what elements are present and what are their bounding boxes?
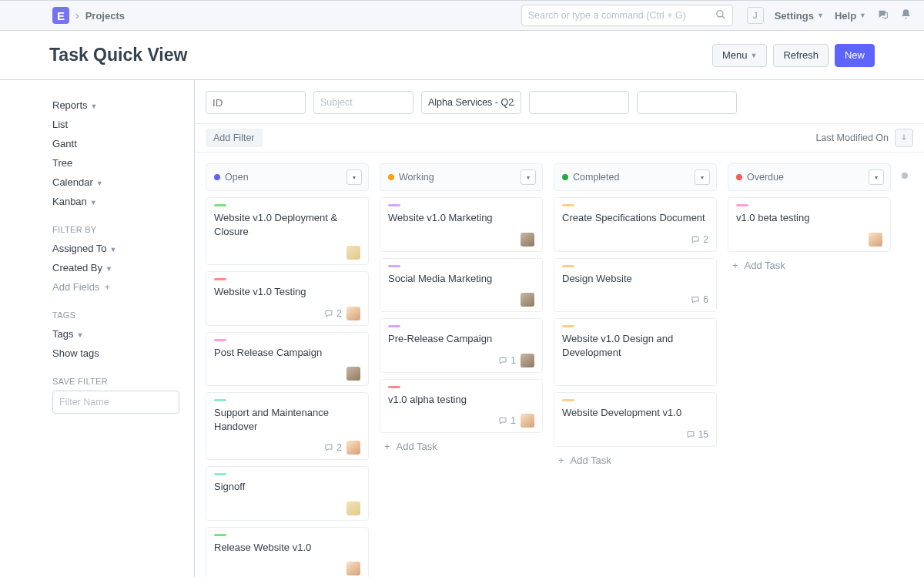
priority-stripe [388, 325, 400, 327]
task-card[interactable]: Pre-Release Campaign1 [380, 318, 543, 373]
assignee-avatar[interactable] [869, 233, 882, 247]
plus-icon: + [732, 260, 738, 271]
column-menu-button[interactable]: ▼ [695, 169, 710, 185]
task-card[interactable]: Post Release Campaign [206, 332, 369, 387]
assignee-avatar[interactable] [346, 307, 360, 320]
task-card[interactable]: Social Media Marketing [380, 258, 543, 313]
assignee-avatar[interactable] [346, 367, 360, 381]
priority-stripe [562, 399, 574, 401]
assignee-avatar[interactable] [346, 502, 360, 515]
page-title: Task Quick View [49, 45, 187, 65]
assignee-avatar[interactable] [521, 354, 534, 367]
priority-stripe [388, 386, 400, 388]
task-card[interactable]: Website v1.0 Deployment & Closure [206, 197, 369, 265]
filter-name-input[interactable] [52, 391, 179, 414]
menu-button[interactable]: Menu▼ [712, 44, 767, 67]
column-menu-button[interactable]: ▼ [869, 169, 884, 185]
status-dot [388, 174, 394, 180]
global-search[interactable] [521, 5, 733, 26]
sidebar-view-calendar[interactable]: Calendar▼ [52, 173, 194, 192]
column-title: Working [399, 172, 516, 183]
task-card[interactable]: Release Website v1.0 [206, 527, 369, 577]
comment-count[interactable]: 2 [323, 442, 342, 453]
card-footer [736, 233, 882, 247]
column-header-completed: Completed▼ [554, 163, 717, 191]
assignee-avatar[interactable] [521, 414, 534, 428]
comment-count[interactable]: 1 [497, 415, 516, 426]
assignee-avatar[interactable] [346, 562, 360, 575]
filter-blank-1[interactable] [529, 91, 629, 114]
svg-line-1 [722, 16, 725, 18]
comment-count[interactable]: 15 [685, 429, 708, 440]
refresh-button[interactable]: Refresh [773, 44, 829, 67]
card-footer [214, 562, 360, 575]
priority-stripe [562, 204, 574, 206]
add-fields[interactable]: Add Fields + [52, 277, 194, 297]
bell-icon[interactable] [900, 8, 912, 22]
sidebar-filter-assigned-to[interactable]: Assigned To▼ [52, 239, 194, 258]
filter-by-label: FILTER BY [52, 225, 194, 234]
assignee-avatar[interactable] [346, 441, 360, 455]
breadcrumb-projects[interactable]: Projects [85, 10, 125, 22]
assignee-avatar[interactable] [521, 233, 534, 247]
user-avatar[interactable]: J [747, 7, 764, 24]
add-filter-chip[interactable]: Add Filter [206, 129, 263, 147]
comment-count[interactable]: 1 [497, 355, 516, 366]
task-card[interactable]: Website Development v1.015 [554, 392, 717, 447]
arrow-down-icon [899, 133, 909, 143]
assignee-avatar[interactable] [521, 293, 534, 307]
task-card[interactable]: Design Website6 [554, 258, 717, 313]
task-title: Social Media Marketing [388, 272, 534, 286]
sidebar-view-gantt[interactable]: Gantt [52, 134, 194, 153]
card-footer [214, 367, 360, 381]
sidebar-filter-created-by[interactable]: Created By▼ [52, 258, 194, 277]
chat-icon[interactable] [877, 8, 889, 23]
task-card[interactable]: Website v1.0 Testing2 [206, 271, 369, 326]
task-title: Pre-Release Campaign [388, 332, 534, 346]
task-card[interactable]: Website v1.0 Design and Development [554, 318, 717, 386]
add-task-completed[interactable]: +Add Task [554, 455, 717, 466]
task-card[interactable]: Create Specifications Document2 [554, 197, 717, 252]
task-card[interactable]: v1.0 alpha testing1 [380, 379, 543, 434]
filter-blank-2[interactable] [637, 91, 737, 114]
plus-icon: + [104, 281, 110, 293]
sidebar: Reports▼ListGanttTreeCalendar▼Kanban▼ FI… [0, 80, 194, 577]
filter-subject-input[interactable] [313, 91, 413, 114]
help-link[interactable]: Help▼ [835, 10, 866, 22]
sort-label[interactable]: Last Modified On [816, 133, 889, 143]
task-card[interactable]: Website v1.0 Marketing [380, 197, 543, 252]
new-button[interactable]: New [835, 44, 875, 67]
task-card[interactable]: v1.0 beta testing [728, 197, 891, 252]
sidebar-view-reports[interactable]: Reports▼ [52, 96, 194, 115]
add-task-working[interactable]: +Add Task [380, 441, 543, 452]
assignee-avatar[interactable] [346, 246, 360, 260]
brand-logo[interactable]: E [52, 7, 69, 24]
sidebar-tags[interactable]: Tags▼ [52, 324, 194, 344]
task-card[interactable]: Signoff [206, 466, 369, 521]
page-header: Task Quick View Menu▼ Refresh New [0, 31, 924, 80]
comment-count[interactable]: 6 [690, 294, 708, 305]
add-task-overdue[interactable]: +Add Task [728, 260, 891, 271]
filter-project-input[interactable] [421, 91, 521, 114]
settings-link[interactable]: Settings▼ [775, 10, 824, 22]
comment-count[interactable]: 2 [690, 234, 708, 245]
filter-id[interactable] [206, 91, 306, 114]
sidebar-view-tree[interactable]: Tree [52, 153, 194, 173]
sidebar-view-kanban[interactable]: Kanban▼ [52, 192, 194, 211]
show-tags[interactable]: Show tags [52, 344, 194, 363]
global-search-input[interactable] [528, 10, 715, 21]
task-title: Signoff [214, 480, 360, 494]
column-menu-button[interactable]: ▼ [346, 169, 362, 185]
task-card[interactable]: Support and Maintenance Handover2 [206, 392, 369, 460]
status-dot [562, 174, 568, 180]
priority-stripe [214, 534, 226, 536]
sidebar-view-list[interactable]: List [52, 115, 194, 134]
priority-stripe [736, 204, 748, 206]
task-title: Website Development v1.0 [562, 406, 708, 420]
sort-direction-button[interactable] [895, 129, 913, 147]
column-menu-button[interactable]: ▼ [521, 169, 536, 185]
card-footer: 1 [388, 414, 534, 428]
comment-count[interactable]: 2 [323, 308, 342, 319]
list-toolbar: Add Filter Last Modified On [195, 123, 924, 153]
caret-down-icon: ▼ [859, 12, 866, 19]
